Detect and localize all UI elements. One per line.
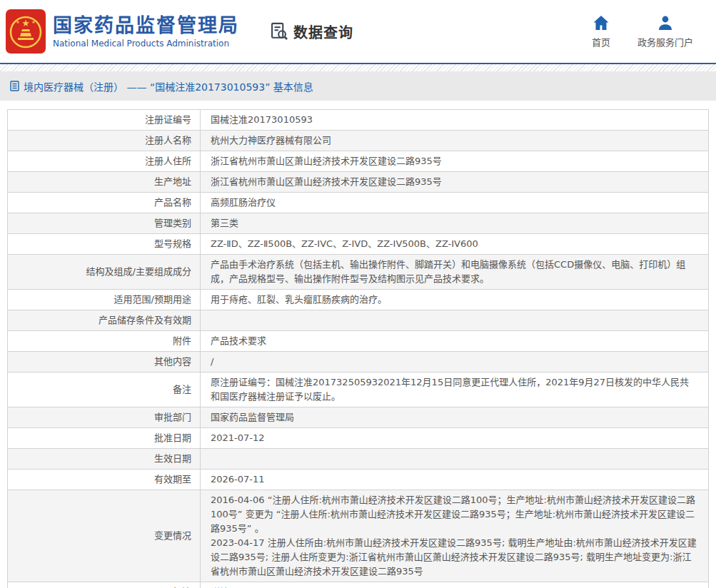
field-label: 适用范围/预期用途 [8,290,201,310]
table-row: 变更情况 2016-04-06 “注册人住所:杭州市萧山经济技术开发区建设二路1… [8,490,709,582]
info-table-body: 注册证编号 国械注准20173010593 注册人名称 杭州大力神医疗器械有限公… [8,110,709,588]
user-icon [657,15,674,31]
table-row: 生产地址 浙江省杭州市萧山区萧山经济技术开发区建设二路935号 [8,172,709,193]
field-label: 结构及组成/主要组成成分 [8,255,201,290]
table-row: 标注 详情 [8,582,709,588]
table-row: 产品名称 高频肛肠治疗仪 [8,193,709,213]
field-label: 有效期至 [8,470,201,490]
field-label: 变更情况 [8,490,201,582]
field-value: 原注册证编号：国械注准201732505932021年12月15日同意更正代理人… [201,372,709,407]
field-label: 产品储存条件及有效期 [8,310,201,331]
field-label: 审批部门 [8,407,201,428]
field-label: 注册证编号 [8,110,201,131]
table-row: 批准日期 2021-07-12 [8,428,709,449]
table-row: 有效期至 2026-07-11 [8,470,709,490]
site-subtitle: National Medical Products Administration [53,39,239,49]
field-label: 批准日期 [8,428,201,449]
field-label: 备注 [8,372,201,407]
table-row: 结构及组成/主要组成成分 产品由手术治疗系统（包括主机、输出操作附件、脚踏开关）… [8,255,709,290]
field-value: 高频肛肠治疗仪 [201,193,709,213]
field-value: ZZ-ⅡD、ZZ-Ⅱ500B、ZZ-IVC、Z-IVD、ZZ-IV500B、ZZ… [201,234,709,255]
field-value: 杭州大力神医疗器械有限公司 [201,131,709,151]
nav-portal-label: 政务服务门户 [637,35,693,49]
breadcrumb: 境内医疗器械（注册） —— “国械注准20173010593” 基本信息 [0,71,716,101]
site-title: 国家药品监督管理局 [53,14,239,36]
field-label: 注册人名称 [8,131,201,151]
table-row: 产品储存条件及有效期 [8,310,709,331]
field-label: 标注 [8,582,201,588]
field-value: 国械注准20173010593 [201,110,709,131]
table-row: 适用范围/预期用途 用于痔疮、肛裂、乳头瘤肛肠疾病的治疗。 [8,290,709,310]
table-row: 管理类别 第三类 [8,213,709,234]
table-row: 附件 产品技术要求 [8,331,709,352]
nav-portal[interactable]: 政务服务门户 [637,15,693,49]
field-label: 生产地址 [8,172,201,193]
header-nav: 首页 政务服务门户 [592,15,703,49]
field-value: 2026-07-11 [201,470,709,490]
field-value: 产品技术要求 [201,331,709,352]
table-row: 注册人名称 杭州大力神医疗器械有限公司 [8,131,709,151]
svg-text:★: ★ [16,19,19,24]
field-label: 其他内容 [8,352,201,372]
field-value: / [201,352,709,372]
field-value [201,310,709,331]
field-label: 注册人住所 [8,151,201,172]
field-value: 浙江省杭州市萧山区萧山经济技术开发区建设二路935号 [201,172,709,193]
field-value [201,449,709,470]
field-label: 附件 [8,331,201,352]
site-header: ★ ★ ★ 国家药品监督管理局 National Medical Product… [0,0,716,64]
table-row: 其他内容 / [8,352,709,372]
field-value: 2021-07-12 [201,428,709,449]
registration-detail-table: 注册证编号 国械注准20173010593 注册人名称 杭州大力神医疗器械有限公… [7,109,709,588]
table-row: 型号规格 ZZ-ⅡD、ZZ-Ⅱ500B、ZZ-IVC、Z-IVD、ZZ-IV50… [8,234,709,255]
data-query-label: 数据查询 [293,21,353,42]
decorative-hatch-strip [0,64,716,71]
nmpa-logo-block[interactable]: ★ ★ ★ 国家药品监督管理局 National Medical Product… [6,9,239,54]
field-value: 2016-04-06 “注册人住所:杭州市萧山经济技术开发区建设二路100号；生… [201,490,709,582]
table-row: 注册人住所 浙江省杭州市萧山区萧山经济技术开发区建设二路935号 [8,151,709,172]
table-row: 生效日期 [8,449,709,470]
field-label: 产品名称 [8,193,201,213]
field-value: 浙江省杭州市萧山区萧山经济技术开发区建设二路935号 [201,151,709,172]
document-icon [10,81,19,91]
svg-text:★: ★ [31,19,35,24]
national-emblem-logo: ★ ★ ★ [6,9,46,54]
home-icon [593,15,610,31]
field-value: 产品由手术治疗系统（包括主机、输出操作附件、脚踏开关）和电脑摄像系统（包括CCD… [201,255,709,290]
data-query-tab[interactable]: 数据查询 [269,21,353,42]
field-value: 国家药品监督管理局 [201,407,709,428]
nav-home-label: 首页 [592,35,610,49]
registration-detail-table-wrap: 注册证编号 国械注准20173010593 注册人名称 杭州大力神医疗器械有限公… [7,109,709,588]
field-value: 详情 [201,582,709,588]
field-value: 第三类 [201,213,709,234]
nav-home[interactable]: 首页 [592,15,610,49]
field-value: 用于痔疮、肛裂、乳头瘤肛肠疾病的治疗。 [201,290,709,310]
svg-text:★: ★ [21,18,30,29]
field-label: 生效日期 [8,449,201,470]
breadcrumb-text: 境内医疗器械（注册） —— “国械注准20173010593” 基本信息 [24,79,313,93]
table-row: 审批部门 国家药品监督管理局 [8,407,709,428]
data-query-icon [269,21,289,41]
table-row: 备注 原注册证编号：国械注准201732505932021年12月15日同意更正… [8,372,709,407]
field-label: 管理类别 [8,213,201,234]
field-label: 型号规格 [8,234,201,255]
table-row: 注册证编号 国械注准20173010593 [8,110,709,131]
